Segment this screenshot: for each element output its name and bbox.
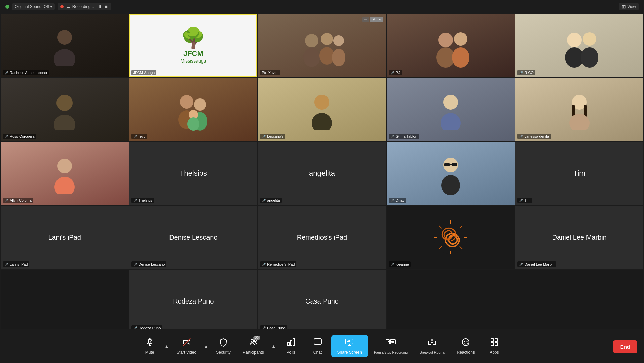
polls-button[interactable]: Polls	[277, 335, 304, 357]
end-button[interactable]: End	[613, 340, 637, 353]
share-screen-button[interactable]: Share Screen	[331, 335, 368, 357]
polls-icon	[287, 338, 295, 349]
participant-name-gilma: 🎤 Gilma Tablon	[389, 134, 419, 139]
participant-name-rco: 🎤 R CO	[517, 70, 535, 75]
more-badge-xavier[interactable]: ···	[362, 17, 369, 22]
participant-cell-empty2	[387, 270, 515, 329]
svg-rect-59	[314, 339, 321, 344]
daniel-display-name: Daniel Lee Marbin	[552, 234, 607, 241]
naruto-spiral-icon	[432, 219, 469, 256]
svg-rect-36	[452, 163, 457, 166]
svg-point-25	[312, 113, 332, 130]
participant-cell-angelita: angelita 🎤 angelita	[258, 142, 386, 205]
mute-group: Mute ▲	[136, 335, 171, 357]
pause-stop-button[interactable]: Pause/Stop Recording	[368, 336, 414, 357]
mute-arrow[interactable]: ▲	[163, 344, 171, 349]
svg-point-73	[462, 339, 469, 346]
mute-icon-allyn: 🎤	[4, 199, 8, 202]
participants-icon: 22	[249, 338, 258, 349]
participant-cell-rodeza: Rodeza Puno 🎤 Rodeza Puno	[129, 270, 258, 329]
reactions-icon	[461, 338, 470, 349]
participant-name-allyn: 🎤 Allyn Coloma	[3, 198, 33, 203]
mute-icon-reyc: 🎤	[133, 135, 137, 138]
participant-cell-dhay: 🎤 Dhay	[387, 142, 515, 205]
apps-label: Apps	[490, 350, 499, 355]
cloud-icon: ☁	[66, 4, 70, 9]
person-avatar-gilma	[435, 89, 466, 130]
start-video-label: Start Video	[177, 350, 196, 355]
participant-cell-lani: Lani's iPad 🎤 Lani's iPad	[1, 206, 129, 269]
video-grid: 🎤 Rachelle Anne Labbao 🌳 JFCM Mississaug…	[0, 13, 644, 329]
participant-name-pj: 🎤 PJ	[389, 70, 402, 75]
mute-button[interactable]: Mute	[136, 335, 163, 357]
chat-icon	[313, 338, 322, 349]
participant-name-daniel: 🎤 Daniel Lee Marbin	[517, 261, 556, 267]
svg-rect-78	[491, 343, 494, 346]
view-button[interactable]: ⊞ View	[619, 3, 639, 10]
svg-point-15	[581, 47, 598, 68]
participants-arrow[interactable]: ▲	[270, 344, 277, 349]
svg-point-33	[54, 177, 75, 194]
svg-line-53	[183, 338, 190, 346]
jfcm-main-text: JFCM	[183, 49, 203, 58]
video-off-icon	[182, 338, 191, 349]
video-arrow[interactable]: ▲	[202, 344, 210, 349]
participant-name-rodeza: 🎤 Rodeza Puno	[131, 325, 163, 329]
security-label: Security	[216, 350, 230, 355]
participant-name-xavier: Ptr. Xavier	[260, 70, 280, 75]
participant-name-vanessa: 🎤 vanessa denila	[517, 134, 551, 139]
svg-point-23	[187, 117, 199, 131]
svg-rect-35	[444, 163, 450, 166]
recording-dot	[60, 5, 64, 8]
participant-name-lani: 🎤 Lani's iPad	[3, 261, 29, 267]
participant-cell-denise: Denise Lescano 🎤 Denise Lescano	[129, 206, 258, 269]
mute-badge-xavier[interactable]: Mute	[370, 17, 383, 22]
participant-cell-allyn: 🎤 Allyn Coloma	[1, 142, 129, 205]
participant-cell-empty3	[515, 270, 643, 329]
svg-rect-77	[495, 339, 498, 341]
participant-name-tim: 🎤 Tim	[517, 198, 532, 203]
breakout-rooms-button[interactable]: Breakout Rooms	[414, 336, 451, 357]
svg-point-6	[333, 35, 344, 46]
mute-icon-rodeza: 🎤	[133, 326, 137, 330]
participant-cell-pj: 🎤 PJ	[387, 14, 515, 77]
sound-toggle[interactable]: Original Sound: Off ▾	[12, 3, 55, 10]
mute-icon-joeanne: 🎤	[390, 263, 394, 266]
start-video-button[interactable]: Start Video	[171, 335, 202, 357]
svg-point-16	[56, 95, 73, 111]
participant-name-jfcm: JFCM-Sauga	[131, 70, 157, 75]
reactions-button[interactable]: Reactions	[451, 335, 481, 357]
svg-point-8	[438, 33, 453, 47]
apps-icon	[490, 338, 499, 349]
person-avatar-lescanos	[307, 89, 337, 130]
remedios-display-name: Remedios's iPad	[297, 234, 347, 241]
participant-cell-daniel: Daniel Lee Marbin 🎤 Daniel Lee Marbin	[515, 206, 643, 269]
grid-icon: ⊞	[622, 4, 626, 9]
mute-icon-dhay: 🎤	[390, 199, 394, 202]
mute-icon-angelita: 🎤	[262, 199, 266, 202]
svg-rect-70	[433, 341, 436, 345]
stop-icon[interactable]: ⏹	[104, 4, 108, 9]
mute-icon-rachelle: 🎤	[4, 71, 8, 75]
participants-button[interactable]: 22 Participants	[237, 335, 270, 357]
participant-name-angelita: 🎤 angelita	[260, 198, 282, 203]
pause-stop-label: Pause/Stop Recording	[374, 351, 408, 354]
mute-icon-rco: 🎤	[519, 71, 523, 75]
apps-button[interactable]: Apps	[481, 335, 508, 357]
svg-point-38	[441, 175, 460, 195]
svg-point-32	[57, 159, 72, 173]
mute-icon-denise: 🎤	[133, 263, 137, 266]
angelita-display-name: angelita	[309, 169, 335, 178]
security-button[interactable]: Security	[210, 335, 237, 357]
mute-icon	[145, 338, 154, 349]
pause-icon[interactable]: ⏸	[98, 4, 102, 9]
breakout-rooms-label: Breakout Rooms	[420, 351, 445, 354]
participant-cell-lescanos: 🎤 Lescano's	[258, 78, 386, 141]
participant-name-denise: 🎤 Denise Lescano	[131, 261, 167, 267]
breakout-rooms-icon	[428, 338, 437, 349]
svg-rect-56	[288, 342, 289, 346]
svg-point-10	[454, 32, 467, 46]
person-avatar-rachelle	[49, 26, 80, 66]
chevron-down-icon[interactable]: ▾	[50, 5, 52, 9]
chat-button[interactable]: Chat	[304, 335, 331, 357]
